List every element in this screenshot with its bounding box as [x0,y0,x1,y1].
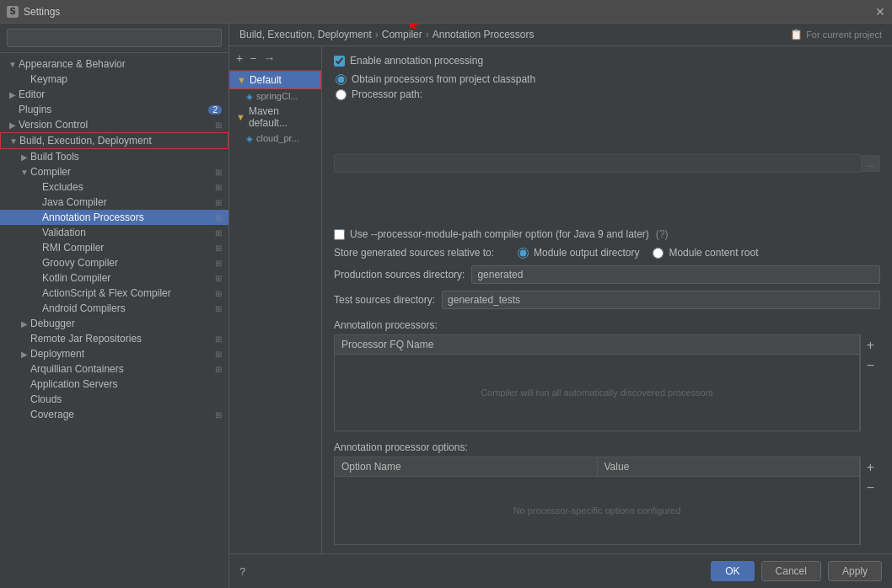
production-sources-label: Production sources directory: [334,269,465,281]
annotation-processor-options-table-wrapper: Option Name Value No processor-specific … [334,457,880,545]
obtain-processors-row: Obtain processors from project classpath [336,73,880,85]
annotation-processor-options-body: No processor-specific options configured [335,477,859,544]
sidebar-item-kotlin-compiler[interactable]: Kotlin Compiler ⊞ [0,270,228,286]
project-label: 📋 For current project [790,29,882,40]
processor-fq-name-header: Processor FQ Name [335,335,859,354]
breadcrumb-bar: Build, Execution, Deployment › Compiler … [229,24,892,46]
arrow-icon: ▶ [19,152,30,162]
sidebar-item-build-tools[interactable]: ▶ Build Tools [0,149,228,164]
copy-icon: ⊞ [215,198,222,207]
profile-label-default: Default [250,74,282,86]
move-profile-button[interactable]: → [261,50,277,67]
profile-sub-springcl[interactable]: ◈ springCl... [229,89,321,103]
copy-icon: ⊞ [215,243,222,253]
sidebar-item-coverage[interactable]: Coverage ⊞ [0,407,228,422]
use-processor-module-path-checkbox[interactable] [334,229,345,240]
store-generated-options: Module output directory Module content r… [518,247,758,259]
sidebar-item-clouds[interactable]: Clouds [0,392,228,407]
profile-item-maven[interactable]: ▼ Maven default... [229,103,321,131]
arrow-icon: ▼ [7,60,19,69]
add-processor-button[interactable]: + [865,336,876,355]
sidebar-item-actionscript[interactable]: ActionScript & Flex Compiler ⊞ [0,286,228,301]
sidebar-item-deployment[interactable]: ▶ Deployment ⊞ [0,346,228,361]
annotation-processor-options-section: Annotation processor options: Option Nam… [334,438,880,545]
processor-source-group: Obtain processors from project classpath… [334,73,880,100]
module-icon: ◈ [246,92,253,101]
folder-icon: ▼ [237,75,246,85]
sidebar-item-editor[interactable]: ▶ Editor [0,87,228,102]
profile-toolbar: + − → [229,46,321,71]
annotation-processor-options-actions: + − [860,457,880,545]
sidebar-item-appearance-behavior[interactable]: ▼ Appearance & Behavior [0,56,228,72]
sidebar-item-version-control[interactable]: ▶ Version Control ⊞ [0,117,228,132]
sidebar-item-keymap[interactable]: Keymap [0,72,228,87]
copy-icon: ⊞ [215,350,222,359]
annotation-processors-label: Annotation processors: [334,319,880,331]
module-content-radio[interactable] [653,248,664,259]
copy-icon: ⊞ [215,334,222,344]
use-processor-module-path-row: Use --processor-module-path compiler opt… [334,228,880,240]
sidebar-tree: ▼ Appearance & Behavior Keymap ▶ Editor … [0,53,228,588]
sidebar-item-validation[interactable]: Validation ⊞ [0,225,228,240]
add-option-button[interactable]: + [865,458,876,477]
split-area: + − → ▼ Default ◈ springCl... [229,46,892,553]
annotation-processors-empty-msg: Compiler will run all automatically disc… [481,388,713,398]
sidebar-item-groovy-compiler[interactable]: Groovy Compiler ⊞ [0,255,228,270]
remove-profile-button[interactable]: − [248,50,258,67]
sidebar-item-compiler[interactable]: ▼ Compiler ⊞ [0,164,228,179]
sidebar-item-rmi-compiler[interactable]: RMI Compiler ⊞ [0,240,228,255]
sidebar-item-remote-jar[interactable]: Remote Jar Repositories ⊞ [0,331,228,346]
sidebar-item-plugins[interactable]: Plugins 2 [0,102,228,117]
sidebar-item-build-execution-deployment[interactable]: ▼ Build, Execution, Deployment [0,132,228,149]
profile-item-default[interactable]: ▼ Default [229,71,321,89]
annotation-processors-section: Annotation processors: Processor FQ Name… [334,316,880,431]
obtain-processors-radio[interactable] [336,74,347,85]
processor-path-input[interactable] [334,154,861,173]
profile-label-springcl: springCl... [256,91,298,101]
copy-icon: ⊞ [215,213,222,222]
option-name-header: Option Name [335,457,598,476]
bottom-bar: ? OK Cancel Apply [229,553,892,588]
folder-icon: ▼ [236,112,245,122]
sidebar-item-arquillian[interactable]: Arquillian Containers ⊞ [0,361,228,377]
test-sources-label: Test sources directory: [334,294,435,306]
annotation-processor-options-header: Option Name Value [335,457,859,477]
sidebar-item-excludes[interactable]: Excludes ⊞ [0,179,228,195]
store-generated-row: Store generated sources relative to: Mod… [334,247,880,259]
apply-button[interactable]: Apply [828,561,882,581]
profile-sub-cloud[interactable]: ◈ cloud_pr... [229,131,321,145]
ok-button[interactable]: OK [711,561,754,581]
enable-annotation-processing-row: Enable annotation processing [334,55,880,67]
copy-icon: ⊞ [215,410,222,420]
copy-icon: ⊞ [215,183,222,192]
search-input[interactable] [7,29,222,47]
sidebar-item-java-compiler[interactable]: Java Compiler ⊞ [0,195,228,210]
close-button[interactable]: ✕ [875,5,885,19]
enable-annotation-processing-checkbox[interactable] [334,56,345,67]
settings-icon: ⊞ [215,120,222,130]
module-icon: ◈ [246,134,253,143]
annotation-processors-table-wrapper: Processor FQ Name Compiler will run all … [334,334,880,431]
processor-path-browse-btn[interactable]: ... [861,155,880,172]
sidebar-item-debugger[interactable]: ▶ Debugger [0,316,228,331]
sidebar-item-annotation-processors[interactable]: Annotation Processors ⊞ [0,210,228,225]
test-sources-input[interactable] [442,291,880,309]
arrow-icon: ▶ [7,90,19,99]
add-profile-button[interactable]: + [234,50,244,67]
module-output-radio[interactable] [518,248,529,259]
production-sources-input[interactable] [471,265,880,284]
processor-path-radio[interactable] [336,89,347,100]
sidebar-item-app-servers[interactable]: Application Servers [0,377,228,392]
project-icon: 📋 [790,29,803,40]
arrow-icon: ▶ [7,120,19,130]
right-panel: Build, Execution, Deployment › Compiler … [229,24,892,588]
remove-processor-button[interactable]: − [865,356,876,375]
processor-path-label: Processor path: [352,88,422,100]
remove-option-button[interactable]: − [865,478,876,497]
cancel-button[interactable]: Cancel [761,561,821,581]
sidebar-item-android-compilers[interactable]: Android Compilers ⊞ [0,301,228,316]
help-button[interactable]: ? [239,565,245,578]
profile-tree-content: ▼ Default ◈ springCl... ▼ Maven default.… [229,71,321,553]
arrow-icon: ▼ [19,168,30,177]
profile-label-maven: Maven default... [249,105,314,129]
